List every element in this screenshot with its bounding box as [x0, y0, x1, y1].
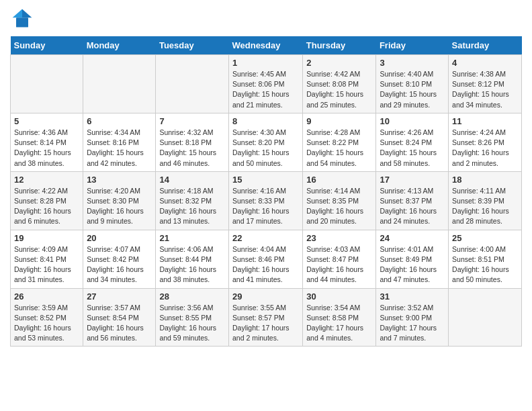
- calendar-cell: 4Sunrise: 4:38 AM Sunset: 8:12 PM Daylig…: [449, 55, 522, 113]
- day-info: Sunrise: 4:18 AM Sunset: 8:32 PM Dayligh…: [159, 186, 225, 227]
- day-number: 13: [87, 175, 152, 185]
- day-info: Sunrise: 4:30 AM Sunset: 8:20 PM Dayligh…: [232, 128, 299, 169]
- calendar-cell: 30Sunrise: 3:54 AM Sunset: 8:58 PM Dayli…: [303, 288, 376, 347]
- day-info: Sunrise: 4:16 AM Sunset: 8:33 PM Dayligh…: [232, 186, 299, 227]
- day-info: Sunrise: 4:04 AM Sunset: 8:46 PM Dayligh…: [232, 244, 299, 285]
- calendar-cell: [11, 55, 83, 113]
- calendar-cell: 27Sunrise: 3:57 AM Sunset: 8:54 PM Dayli…: [83, 288, 156, 347]
- day-info: Sunrise: 4:00 AM Sunset: 8:51 PM Dayligh…: [452, 244, 518, 285]
- day-number: 28: [159, 291, 225, 302]
- day-info: Sunrise: 4:20 AM Sunset: 8:30 PM Dayligh…: [87, 186, 152, 227]
- calendar-cell: 7Sunrise: 4:32 AM Sunset: 8:18 PM Daylig…: [156, 113, 229, 171]
- day-info: Sunrise: 4:07 AM Sunset: 8:42 PM Dayligh…: [87, 244, 152, 285]
- calendar-cell: 9Sunrise: 4:28 AM Sunset: 8:22 PM Daylig…: [303, 113, 376, 171]
- day-number: 10: [380, 116, 445, 126]
- week-row-5: 26Sunrise: 3:59 AM Sunset: 8:52 PM Dayli…: [11, 288, 522, 347]
- calendar-cell: 29Sunrise: 3:55 AM Sunset: 8:57 PM Dayli…: [228, 288, 302, 347]
- day-number: 1: [232, 58, 299, 68]
- day-info: Sunrise: 4:38 AM Sunset: 8:12 PM Dayligh…: [452, 69, 518, 110]
- day-number: 22: [232, 233, 299, 243]
- calendar-cell: 23Sunrise: 4:03 AM Sunset: 8:47 PM Dayli…: [303, 230, 376, 288]
- day-number: 30: [306, 291, 372, 302]
- calendar-cell: 8Sunrise: 4:30 AM Sunset: 8:20 PM Daylig…: [228, 113, 302, 171]
- day-info: Sunrise: 4:22 AM Sunset: 8:28 PM Dayligh…: [14, 186, 79, 227]
- day-number: 27: [87, 291, 152, 302]
- calendar-cell: 6Sunrise: 4:34 AM Sunset: 8:16 PM Daylig…: [83, 113, 156, 171]
- day-info: Sunrise: 4:40 AM Sunset: 8:10 PM Dayligh…: [380, 69, 445, 110]
- week-row-1: 1Sunrise: 4:45 AM Sunset: 8:06 PM Daylig…: [11, 55, 522, 113]
- day-info: Sunrise: 4:13 AM Sunset: 8:37 PM Dayligh…: [380, 186, 445, 227]
- svg-marker-1: [13, 9, 22, 18]
- calendar-cell: 5Sunrise: 4:36 AM Sunset: 8:14 PM Daylig…: [11, 113, 83, 171]
- calendar-cell: 26Sunrise: 3:59 AM Sunset: 8:52 PM Dayli…: [11, 288, 83, 347]
- day-number: 16: [306, 175, 372, 185]
- day-number: 6: [87, 116, 152, 126]
- calendar-cell: 20Sunrise: 4:07 AM Sunset: 8:42 PM Dayli…: [83, 230, 156, 288]
- day-number: 24: [380, 233, 445, 243]
- day-info: Sunrise: 4:14 AM Sunset: 8:35 PM Dayligh…: [306, 186, 372, 227]
- day-info: Sunrise: 4:36 AM Sunset: 8:14 PM Dayligh…: [14, 128, 79, 169]
- calendar-cell: 19Sunrise: 4:09 AM Sunset: 8:41 PM Dayli…: [11, 230, 83, 288]
- column-header-saturday: Saturday: [449, 36, 522, 55]
- calendar-cell: 11Sunrise: 4:24 AM Sunset: 8:26 PM Dayli…: [449, 113, 522, 171]
- day-number: 29: [232, 291, 299, 302]
- day-info: Sunrise: 3:57 AM Sunset: 8:54 PM Dayligh…: [87, 303, 152, 344]
- day-info: Sunrise: 3:56 AM Sunset: 8:55 PM Dayligh…: [159, 303, 225, 344]
- day-info: Sunrise: 4:03 AM Sunset: 8:47 PM Dayligh…: [306, 244, 372, 285]
- day-number: 26: [14, 291, 79, 302]
- day-info: Sunrise: 3:52 AM Sunset: 9:00 PM Dayligh…: [380, 303, 445, 344]
- calendar-cell: 10Sunrise: 4:26 AM Sunset: 8:24 PM Dayli…: [376, 113, 449, 171]
- calendar-cell: 28Sunrise: 3:56 AM Sunset: 8:55 PM Dayli…: [156, 288, 229, 347]
- day-info: Sunrise: 4:01 AM Sunset: 8:49 PM Dayligh…: [380, 244, 445, 285]
- header: [10, 7, 522, 31]
- week-row-2: 5Sunrise: 4:36 AM Sunset: 8:14 PM Daylig…: [11, 113, 522, 171]
- column-header-friday: Friday: [376, 36, 449, 55]
- day-number: 25: [452, 233, 518, 243]
- calendar-cell: 1Sunrise: 4:45 AM Sunset: 8:06 PM Daylig…: [228, 55, 302, 113]
- day-number: 8: [232, 116, 299, 126]
- column-header-thursday: Thursday: [303, 36, 376, 55]
- calendar-cell: [449, 288, 522, 347]
- calendar-cell: 2Sunrise: 4:42 AM Sunset: 8:08 PM Daylig…: [303, 55, 376, 113]
- calendar-table: SundayMondayTuesdayWednesdayThursdayFrid…: [10, 36, 522, 347]
- calendar-cell: 12Sunrise: 4:22 AM Sunset: 8:28 PM Dayli…: [11, 171, 83, 230]
- day-number: 2: [306, 58, 372, 68]
- day-info: Sunrise: 3:55 AM Sunset: 8:57 PM Dayligh…: [232, 303, 299, 344]
- calendar-cell: [83, 55, 156, 113]
- day-info: Sunrise: 3:59 AM Sunset: 8:52 PM Dayligh…: [14, 303, 79, 344]
- calendar-cell: 22Sunrise: 4:04 AM Sunset: 8:46 PM Dayli…: [228, 230, 302, 288]
- day-info: Sunrise: 3:54 AM Sunset: 8:58 PM Dayligh…: [306, 303, 372, 344]
- logo: [10, 7, 37, 31]
- calendar-cell: 16Sunrise: 4:14 AM Sunset: 8:35 PM Dayli…: [303, 171, 376, 230]
- calendar-cell: 15Sunrise: 4:16 AM Sunset: 8:33 PM Dayli…: [228, 171, 302, 230]
- calendar-cell: 25Sunrise: 4:00 AM Sunset: 8:51 PM Dayli…: [449, 230, 522, 288]
- day-number: 4: [452, 58, 518, 68]
- day-number: 20: [87, 233, 152, 243]
- day-number: 19: [14, 233, 79, 243]
- day-number: 31: [380, 291, 445, 302]
- day-number: 9: [306, 116, 372, 126]
- day-info: Sunrise: 4:32 AM Sunset: 8:18 PM Dayligh…: [159, 128, 225, 169]
- day-number: 21: [159, 233, 225, 243]
- day-info: Sunrise: 4:24 AM Sunset: 8:26 PM Dayligh…: [452, 128, 518, 169]
- logo-icon: [10, 7, 34, 31]
- day-number: 14: [159, 175, 225, 185]
- day-number: 18: [452, 175, 518, 185]
- calendar-cell: 14Sunrise: 4:18 AM Sunset: 8:32 PM Dayli…: [156, 171, 229, 230]
- column-header-wednesday: Wednesday: [228, 36, 302, 55]
- header-row: SundayMondayTuesdayWednesdayThursdayFrid…: [11, 36, 522, 55]
- column-header-tuesday: Tuesday: [156, 36, 229, 55]
- day-info: Sunrise: 4:09 AM Sunset: 8:41 PM Dayligh…: [14, 244, 79, 285]
- calendar-cell: 31Sunrise: 3:52 AM Sunset: 9:00 PM Dayli…: [376, 288, 449, 347]
- day-info: Sunrise: 4:26 AM Sunset: 8:24 PM Dayligh…: [380, 128, 445, 169]
- day-number: 7: [159, 116, 225, 126]
- day-number: 5: [14, 116, 79, 126]
- calendar-cell: 18Sunrise: 4:11 AM Sunset: 8:39 PM Dayli…: [449, 171, 522, 230]
- day-info: Sunrise: 4:28 AM Sunset: 8:22 PM Dayligh…: [306, 128, 372, 169]
- svg-rect-2: [16, 17, 28, 27]
- day-number: 11: [452, 116, 518, 126]
- calendar-cell: 3Sunrise: 4:40 AM Sunset: 8:10 PM Daylig…: [376, 55, 449, 113]
- day-number: 3: [380, 58, 445, 68]
- day-number: 12: [14, 175, 79, 185]
- calendar-cell: 24Sunrise: 4:01 AM Sunset: 8:49 PM Dayli…: [376, 230, 449, 288]
